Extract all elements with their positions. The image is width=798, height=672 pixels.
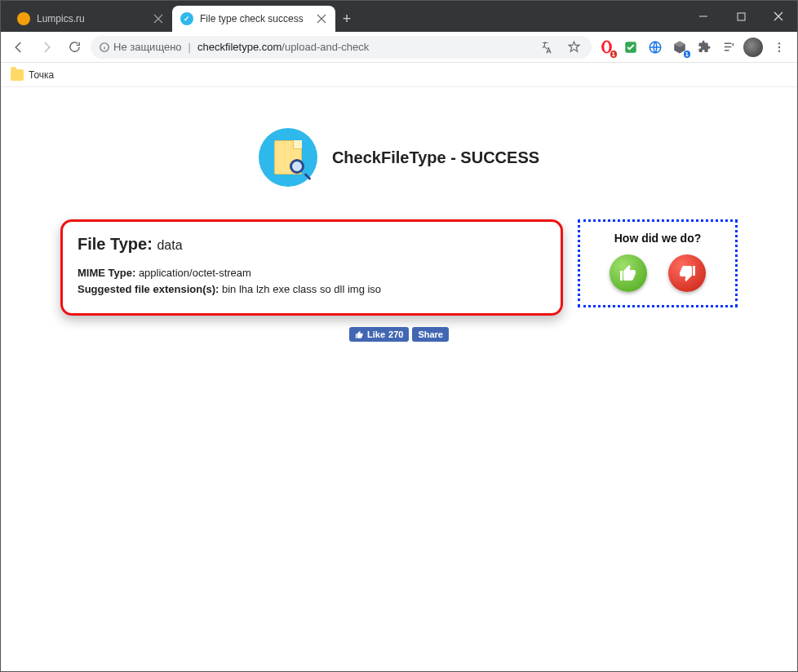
forward-button[interactable]	[35, 36, 58, 59]
extension-globe-icon[interactable]	[645, 38, 665, 57]
close-icon[interactable]	[316, 13, 327, 24]
extension-badge: 1	[610, 51, 617, 58]
facebook-like-button[interactable]: Like 270	[349, 327, 409, 342]
facebook-share-button[interactable]: Share	[412, 327, 449, 342]
feedback-box: How did we do?	[578, 219, 738, 307]
browser-tab-inactive[interactable]: Lumpics.ru	[9, 6, 172, 32]
browser-toolbar: Не защищено | checkfiletype.com/upload-a…	[1, 32, 797, 63]
extension-badge: 1	[684, 51, 690, 58]
result-box: File Type: data MIME Type: application/o…	[60, 219, 563, 316]
security-label: Не защищено	[113, 41, 182, 53]
page-title: CheckFileType - SUCCESS	[332, 148, 539, 167]
new-tab-button[interactable]: +	[335, 6, 358, 32]
thumbs-down-icon	[677, 263, 697, 283]
suggested-ext-value: bin lha lzh exe class so dll img iso	[222, 283, 381, 295]
site-logo	[259, 128, 317, 187]
file-type-label: File Type:	[78, 235, 153, 253]
browser-titlebar: Lumpics.ru ✓ File type check success +	[1, 1, 797, 32]
profile-avatar[interactable]	[743, 38, 763, 57]
back-button[interactable]	[7, 36, 30, 59]
window-controls	[685, 1, 797, 32]
tab-title: File type check success	[200, 13, 311, 24]
svg-rect-0	[738, 13, 745, 20]
like-label: Like	[367, 329, 385, 339]
bookmark-star-icon[interactable]	[564, 38, 583, 57]
translate-icon[interactable]	[538, 38, 557, 57]
tab-favicon	[17, 12, 30, 25]
folder-icon	[11, 69, 24, 81]
close-icon[interactable]	[153, 13, 164, 24]
page-content: CheckFileType - SUCCESS File Type: data …	[2, 87, 796, 670]
browser-tabs: Lumpics.ru ✓ File type check success +	[1, 1, 685, 32]
site-security-indicator[interactable]: Не защищено	[99, 41, 182, 53]
extension-box-icon[interactable]: 1	[670, 38, 689, 57]
svg-point-3	[604, 42, 609, 52]
thumbs-up-icon	[618, 263, 638, 283]
file-type-value: data	[157, 238, 182, 252]
svg-point-8	[778, 50, 780, 51]
tab-title: Lumpics.ru	[37, 13, 148, 24]
feedback-thumbs	[588, 254, 727, 292]
svg-point-7	[778, 46, 780, 47]
like-count: 270	[388, 329, 403, 339]
main-row: File Type: data MIME Type: application/o…	[60, 219, 738, 316]
info-icon	[99, 42, 110, 53]
suggested-ext-label: Suggested file extension(s):	[78, 283, 219, 295]
thumbs-up-button[interactable]	[610, 254, 647, 292]
address-bar[interactable]: Не защищено | checkfiletype.com/upload-a…	[91, 36, 592, 59]
extensions-puzzle-icon[interactable]	[694, 38, 714, 57]
browser-tab-active[interactable]: ✓ File type check success	[172, 6, 335, 32]
url-text: checkfiletype.com/upload-and-check	[197, 41, 369, 53]
reload-button[interactable]	[63, 36, 86, 59]
extension-opera-icon[interactable]: 1	[596, 38, 616, 57]
page-header: CheckFileType - SUCCESS	[2, 128, 796, 187]
facebook-widget: Like 270 Share	[2, 327, 796, 342]
maximize-button[interactable]	[722, 1, 760, 32]
mime-type-label: MIME Type:	[78, 267, 135, 279]
address-divider: |	[188, 41, 191, 53]
share-label: Share	[418, 329, 443, 339]
thumbs-down-button[interactable]	[668, 254, 706, 292]
thumbs-up-icon	[355, 330, 364, 339]
tab-favicon: ✓	[180, 12, 193, 25]
reading-list-icon[interactable]	[719, 38, 738, 57]
svg-point-6	[778, 42, 780, 44]
mime-type-value: application/octet-stream	[139, 267, 251, 279]
extension-check-icon[interactable]	[621, 38, 641, 57]
minimize-button[interactable]	[685, 1, 722, 32]
feedback-title: How did we do?	[588, 232, 727, 245]
browser-menu-button[interactable]	[768, 36, 791, 59]
bookmarks-bar: Точка	[1, 63, 797, 87]
close-window-button[interactable]	[760, 1, 797, 32]
bookmark-item[interactable]: Точка	[29, 69, 54, 81]
